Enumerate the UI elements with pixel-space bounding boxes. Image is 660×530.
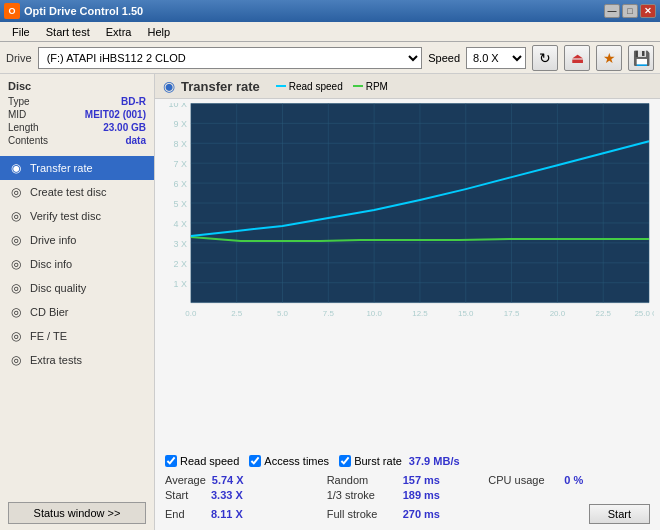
stat-average-group: Average 5.74 X — [165, 474, 327, 486]
disc-length-key: Length — [8, 122, 39, 133]
menu-help[interactable]: Help — [139, 24, 178, 40]
stat-full-stroke-val: 270 ms — [403, 508, 453, 520]
legend-read-speed-label: Read speed — [289, 81, 343, 92]
legend-rpm-label: RPM — [366, 81, 388, 92]
verify-test-disc-icon: ◎ — [8, 208, 24, 224]
stat-1_3-stroke-group: 1/3 stroke 189 ms — [327, 489, 489, 501]
nav-fe-te-label: FE / TE — [30, 330, 67, 342]
extra-tests-icon: ◎ — [8, 352, 24, 368]
svg-text:10 X: 10 X — [168, 103, 186, 109]
disc-section-title: Disc — [8, 80, 146, 92]
disc-contents-row: Contents data — [8, 135, 146, 146]
disc-length-row: Length 23.00 GB — [8, 122, 146, 133]
stat-cpu-group: CPU usage 0 % — [488, 474, 650, 486]
speed-select[interactable]: 8.0 X 4.0 X 2.0 X MAX — [466, 47, 526, 69]
menu-extra[interactable]: Extra — [98, 24, 140, 40]
chart-legend: Read speed RPM — [276, 81, 388, 92]
nav-extra-tests[interactable]: ◎ Extra tests — [0, 348, 154, 372]
svg-text:7.5: 7.5 — [323, 309, 335, 318]
legend-read-speed-dot — [276, 85, 286, 87]
burst-rate-checkbox-item: Burst rate 37.9 MB/s — [339, 455, 459, 467]
stats-row-3: End 8.11 X Full stroke 270 ms Start — [165, 504, 650, 524]
nav-disc-quality[interactable]: ◎ Disc quality — [0, 276, 154, 300]
menu-file[interactable]: File — [4, 24, 38, 40]
transfer-rate-icon: ◉ — [8, 160, 24, 176]
disc-contents-key: Contents — [8, 135, 48, 146]
start-test-button[interactable]: Start — [589, 504, 650, 524]
nav-disc-info[interactable]: ◎ Disc info — [0, 252, 154, 276]
disc-type-key: Type — [8, 96, 30, 107]
minimize-button[interactable]: — — [604, 4, 620, 18]
chart-header: ◉ Transfer rate Read speed RPM — [155, 74, 660, 99]
stat-full-stroke-key: Full stroke — [327, 508, 397, 520]
access-times-checkbox[interactable] — [249, 455, 261, 467]
disc-info-icon: ◎ — [8, 256, 24, 272]
eject-button[interactable]: ⏏ — [564, 45, 590, 71]
nav-disc-quality-label: Disc quality — [30, 282, 86, 294]
svg-text:2 X: 2 X — [173, 259, 186, 269]
drive-bar: Drive (F:) ATAPI iHBS112 2 CLOD Speed 8.… — [0, 42, 660, 74]
action-button[interactable]: ★ — [596, 45, 622, 71]
disc-mid-row: MID MEIT02 (001) — [8, 109, 146, 120]
stats-row-2: Start 3.33 X 1/3 stroke 189 ms — [165, 489, 650, 501]
status-window-button[interactable]: Status window >> — [8, 502, 146, 524]
drive-select[interactable]: (F:) ATAPI iHBS112 2 CLOD — [38, 47, 423, 69]
disc-type-val: BD-R — [121, 96, 146, 107]
stat-1_3-stroke-key: 1/3 stroke — [327, 489, 397, 501]
drive-label: Drive — [6, 52, 32, 64]
menu-bar: File Start test Extra Help — [0, 22, 660, 42]
burst-rate-value: 37.9 MB/s — [409, 455, 460, 467]
nav-cd-bier[interactable]: ◎ CD Bier — [0, 300, 154, 324]
sidebar-bottom: Status window >> — [0, 496, 154, 530]
close-button[interactable]: ✕ — [640, 4, 656, 18]
stat-average-val: 5.74 X — [212, 474, 262, 486]
chart-header-icon: ◉ — [163, 78, 175, 94]
chart-svg: 10 X 9 X 8 X 7 X 6 X 5 X 4 X 3 X 2 X 1 X… — [161, 103, 654, 323]
nav-transfer-rate[interactable]: ◉ Transfer rate — [0, 156, 154, 180]
refresh-button[interactable]: ↻ — [532, 45, 558, 71]
sidebar: Disc Type BD-R MID MEIT02 (001) Length 2… — [0, 74, 155, 530]
stat-full-stroke-group: Full stroke 270 ms — [327, 508, 489, 520]
menu-start-test[interactable]: Start test — [38, 24, 98, 40]
nav-drive-info-label: Drive info — [30, 234, 76, 246]
svg-text:3 X: 3 X — [173, 239, 186, 249]
app-title: Opti Drive Control 1.50 — [24, 5, 143, 17]
nav-verify-test-disc[interactable]: ◎ Verify test disc — [0, 204, 154, 228]
stat-start-btn-group: Start — [488, 504, 650, 524]
save-button[interactable]: 💾 — [628, 45, 654, 71]
nav-create-test-disc[interactable]: ◎ Create test disc — [0, 180, 154, 204]
svg-text:8 X: 8 X — [173, 139, 186, 149]
disc-contents-val: data — [125, 135, 146, 146]
nav-disc-info-label: Disc info — [30, 258, 72, 270]
stat-1_3-stroke-val: 189 ms — [403, 489, 453, 501]
stats-area: Average 5.74 X Random 157 ms CPU usage 0… — [155, 471, 660, 530]
svg-text:17.5: 17.5 — [504, 309, 520, 318]
burst-rate-checkbox[interactable] — [339, 455, 351, 467]
burst-rate-cb-label: Burst rate — [354, 455, 402, 467]
legend-read-speed: Read speed — [276, 81, 343, 92]
svg-text:20.0: 20.0 — [550, 309, 566, 318]
stat-cpu-key: CPU usage — [488, 474, 558, 486]
nav-cd-bier-label: CD Bier — [30, 306, 69, 318]
restore-button[interactable]: □ — [622, 4, 638, 18]
speed-label: Speed — [428, 52, 460, 64]
svg-text:9 X: 9 X — [173, 119, 186, 129]
disc-mid-val: MEIT02 (001) — [85, 109, 146, 120]
nav-drive-info[interactable]: ◎ Drive info — [0, 228, 154, 252]
nav-fe-te[interactable]: ◎ FE / TE — [0, 324, 154, 348]
cd-bier-icon: ◎ — [8, 304, 24, 320]
stat-cpu-val: 0 % — [564, 474, 604, 486]
stat-random-val: 157 ms — [403, 474, 453, 486]
fe-te-icon: ◎ — [8, 328, 24, 344]
svg-text:2.5: 2.5 — [231, 309, 243, 318]
chart-area: ◉ Transfer rate Read speed RPM — [155, 74, 660, 530]
disc-mid-key: MID — [8, 109, 26, 120]
disc-length-val: 23.00 GB — [103, 122, 146, 133]
nav-create-test-disc-label: Create test disc — [30, 186, 106, 198]
svg-text:25.0 GB: 25.0 GB — [634, 309, 654, 318]
read-speed-checkbox[interactable] — [165, 455, 177, 467]
checkbox-row: Read speed Access times Burst rate 37.9 … — [155, 451, 660, 471]
svg-text:6 X: 6 X — [173, 179, 186, 189]
access-times-cb-label: Access times — [264, 455, 329, 467]
stat-start-group: Start 3.33 X — [165, 489, 327, 501]
